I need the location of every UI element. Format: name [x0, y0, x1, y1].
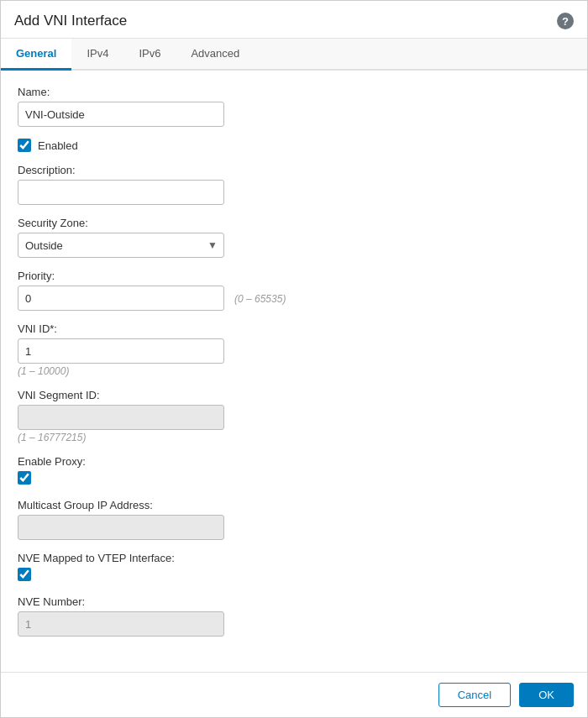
- multicast-group-input[interactable]: [18, 515, 224, 540]
- description-label: Description:: [18, 164, 570, 176]
- description-input[interactable]: [18, 180, 224, 205]
- security-zone-wrapper: Outside Inside DMZ ▼: [18, 233, 224, 258]
- multicast-group-group: Multicast Group IP Address:: [18, 499, 570, 540]
- enabled-label: Enabled: [38, 139, 78, 152]
- priority-label: Priority:: [18, 270, 570, 282]
- tab-ipv4[interactable]: IPv4: [71, 39, 123, 71]
- enable-proxy-label: Enable Proxy:: [18, 455, 570, 468]
- nve-number-group: NVE Number:: [18, 595, 570, 637]
- dialog-title: Add VNI Interface: [14, 13, 127, 29]
- security-zone-label: Security Zone:: [18, 217, 570, 229]
- help-icon[interactable]: ?: [557, 13, 574, 29]
- dialog-header: Add VNI Interface ?: [1, 1, 587, 39]
- priority-hint: (0 – 65535): [234, 293, 286, 305]
- security-zone-group: Security Zone: Outside Inside DMZ ▼: [18, 217, 570, 258]
- vni-id-input[interactable]: [18, 338, 224, 364]
- vni-segment-id-label: VNI Segment ID:: [18, 389, 570, 401]
- vni-id-hint: (1 – 10000): [18, 365, 570, 377]
- add-vni-interface-dialog: Add VNI Interface ? General IPv4 IPv6 Ad…: [0, 0, 588, 718]
- vni-segment-id-input[interactable]: [18, 405, 224, 430]
- nve-mapped-label: NVE Mapped to VTEP Interface:: [18, 552, 570, 564]
- vni-segment-id-group: VNI Segment ID: (1 – 16777215): [18, 389, 570, 443]
- vni-id-group: VNI ID*: (1 – 10000): [18, 322, 570, 377]
- name-label: Name:: [18, 86, 570, 98]
- tabs-bar: General IPv4 IPv6 Advanced: [1, 39, 587, 71]
- vni-id-label: VNI ID*:: [18, 322, 570, 335]
- priority-input[interactable]: [18, 286, 224, 311]
- tab-advanced[interactable]: Advanced: [176, 39, 255, 71]
- multicast-group-label: Multicast Group IP Address:: [18, 499, 570, 511]
- priority-group: Priority: (0 – 65535): [18, 270, 570, 311]
- tab-general[interactable]: General: [1, 39, 71, 71]
- form-content: Name: Enabled Description: Security Zone…: [1, 71, 587, 672]
- description-group: Description:: [18, 164, 570, 205]
- security-zone-select[interactable]: Outside Inside DMZ: [18, 233, 224, 258]
- nve-mapped-group: NVE Mapped to VTEP Interface:: [18, 552, 570, 584]
- enabled-checkbox[interactable]: [18, 139, 31, 152]
- dialog-footer: Cancel OK: [1, 672, 587, 717]
- nve-number-input[interactable]: [18, 611, 224, 637]
- vni-segment-id-hint: (1 – 16777215): [18, 432, 570, 443]
- enable-proxy-checkbox[interactable]: [18, 471, 31, 485]
- nve-mapped-checkbox[interactable]: [18, 568, 31, 581]
- nve-number-label: NVE Number:: [18, 595, 570, 608]
- priority-inline-row: (0 – 65535): [18, 286, 570, 311]
- enable-proxy-group: Enable Proxy:: [18, 455, 570, 487]
- tab-ipv6[interactable]: IPv6: [123, 39, 176, 71]
- name-input[interactable]: [18, 102, 224, 127]
- name-group: Name:: [18, 86, 570, 127]
- enabled-row: Enabled: [18, 139, 570, 152]
- ok-button[interactable]: OK: [519, 683, 574, 707]
- cancel-button[interactable]: Cancel: [438, 683, 511, 707]
